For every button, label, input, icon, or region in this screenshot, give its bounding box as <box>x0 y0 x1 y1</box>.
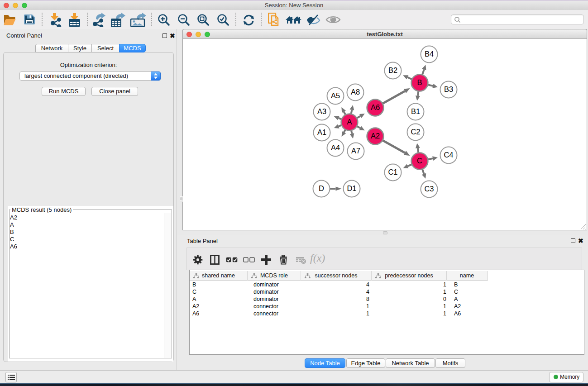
svg-text:B4: B4 <box>425 50 434 58</box>
svg-text:D1: D1 <box>347 184 356 192</box>
svg-text:B: B <box>417 78 422 86</box>
svg-text:A1: A1 <box>317 128 326 136</box>
svg-text:C: C <box>417 157 422 165</box>
svg-text:A2: A2 <box>371 132 380 140</box>
svg-text:B2: B2 <box>388 66 397 74</box>
svg-text:C3: C3 <box>424 185 434 193</box>
svg-text:C4: C4 <box>444 151 453 159</box>
svg-text:C2: C2 <box>411 128 420 136</box>
svg-text:B3: B3 <box>444 85 453 93</box>
svg-text:A5: A5 <box>331 91 340 100</box>
svg-text:B1: B1 <box>411 107 420 115</box>
svg-text:A7: A7 <box>351 147 360 155</box>
svg-text:C1: C1 <box>388 168 397 176</box>
svg-text:A6: A6 <box>371 103 380 111</box>
svg-text:A3: A3 <box>317 107 326 115</box>
svg-text:A8: A8 <box>351 88 360 96</box>
svg-text:A4: A4 <box>331 143 340 152</box>
svg-text:A: A <box>347 118 352 126</box>
svg-text:D: D <box>319 184 324 192</box>
